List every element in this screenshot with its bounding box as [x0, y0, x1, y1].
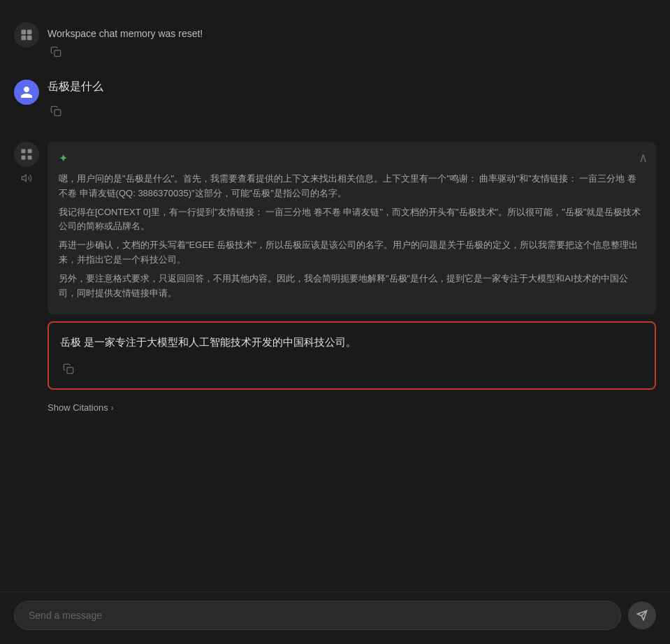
- user-message-text: 岳极是什么: [48, 80, 103, 94]
- volume-icon[interactable]: [21, 173, 32, 186]
- collapse-thinking-button[interactable]: ∧: [639, 150, 648, 166]
- send-button[interactable]: [628, 601, 656, 629]
- svg-rect-9: [28, 156, 32, 160]
- ai-response-content: ✦ 嗯，用户问的是"岳极是什么"。首先，我需要查看提供的上下文来找出相关信息。上…: [48, 142, 656, 416]
- copy-user-message-button[interactable]: [48, 103, 103, 119]
- copy-system-message-button[interactable]: [48, 43, 64, 60]
- svg-rect-2: [22, 36, 27, 41]
- citations-label: Show Citations: [48, 402, 108, 413]
- svg-rect-7: [28, 149, 32, 154]
- thinking-line-4: 另外，要注意格式要求，只返回回答，不用其他内容。因此，我会简明扼要地解释"岳极"…: [59, 272, 645, 301]
- chevron-right-icon: ›: [111, 403, 114, 413]
- system-message: Workspace chat memory was reset!: [0, 14, 670, 68]
- thinking-line-3: 再进一步确认，文档的开头写着"EGEE 岳极技术"，所以岳极应该是该公司的名字。…: [59, 238, 645, 268]
- input-area: [0, 592, 670, 644]
- chat-container: Workspace chat memory was reset! 岳极是什么: [0, 0, 670, 592]
- user-message-content: 岳极是什么: [48, 80, 103, 119]
- message-input[interactable]: [14, 601, 621, 630]
- svg-rect-8: [22, 156, 26, 160]
- svg-rect-11: [67, 367, 73, 374]
- system-message-text: Workspace chat memory was reset!: [48, 22, 203, 39]
- svg-marker-10: [22, 175, 26, 181]
- svg-rect-4: [54, 50, 61, 57]
- user-message: 岳极是什么: [0, 68, 670, 131]
- thinking-line-2: 我记得在[CONTEXT 0]里，有一行提到"友情链接： 一亩三分地 卷不卷 申…: [59, 205, 645, 235]
- answer-text: 岳极 是一家专注于大模型和人工智能技术开发的中国科技公司。: [60, 334, 643, 351]
- thinking-block: ✦ 嗯，用户问的是"岳极是什么"。首先，我需要查看提供的上下文来找出相关信息。上…: [48, 142, 656, 314]
- thinking-icon: ✦: [59, 152, 68, 165]
- ai-response-icon: [14, 142, 39, 167]
- svg-rect-5: [54, 110, 61, 116]
- system-message-content: Workspace chat memory was reset!: [48, 22, 203, 60]
- svg-rect-3: [27, 36, 32, 41]
- show-citations-button[interactable]: Show Citations ›: [48, 400, 656, 416]
- copy-answer-button[interactable]: [60, 360, 643, 377]
- svg-rect-1: [27, 30, 32, 35]
- thinking-text: 嗯，用户问的是"岳极是什么"。首先，我需要查看提供的上下文来找出相关信息。上下文…: [59, 172, 645, 300]
- svg-rect-0: [22, 30, 27, 35]
- ai-message: ✦ 嗯，用户问的是"岳极是什么"。首先，我需要查看提供的上下文来找出相关信息。上…: [0, 131, 670, 427]
- thinking-header: ✦: [59, 152, 645, 165]
- thinking-line-1: 嗯，用户问的是"岳极是什么"。首先，我需要查看提供的上下文来找出相关信息。上下文…: [59, 172, 645, 201]
- ai-logo-icon: [14, 22, 39, 47]
- user-avatar: [14, 80, 39, 105]
- answer-block: 岳极 是一家专注于大模型和人工智能技术开发的中国科技公司。: [48, 321, 656, 390]
- svg-rect-6: [22, 149, 26, 154]
